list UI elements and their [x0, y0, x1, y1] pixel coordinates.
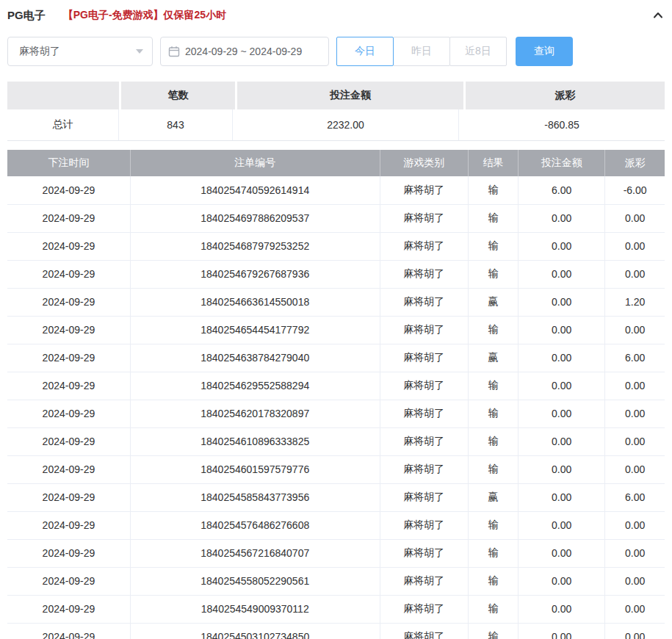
cell-bet-amount: 0.00	[519, 455, 605, 483]
cell-order-id: 1840254576486276608	[130, 511, 380, 539]
cell-game-type: 麻将胡了	[380, 455, 468, 483]
cell-bet-amount: 0.00	[519, 595, 605, 623]
cell-bet-time: 2024-09-29	[7, 288, 130, 316]
cell-bet-time: 2024-09-29	[7, 595, 130, 623]
filter-bar: 麻将胡了 2024-09-29 ~ 2024-09-29 今日 昨日 近8日 查…	[7, 37, 665, 66]
today-button[interactable]: 今日	[336, 37, 394, 66]
table-row: 2024-09-29 1840254503102734850 麻将胡了 输 0.…	[7, 623, 665, 639]
cell-result: 输	[468, 232, 518, 260]
summary-table: 笔数 投注金额 派彩 总计 843 2232.00 -860.85	[7, 82, 665, 141]
cell-payout: 1.20	[605, 288, 665, 316]
cell-order-id: 1840254687979253252	[130, 232, 380, 260]
summary-count-value: 843	[119, 109, 233, 140]
summary-header-row: 笔数 投注金额 派彩	[7, 82, 665, 109]
cell-bet-amount: 0.00	[519, 260, 605, 288]
cell-result: 输	[468, 400, 518, 427]
cell-result: 输	[468, 623, 518, 639]
cell-result: 赢	[468, 483, 518, 511]
cell-order-id: 1840254567216840707	[130, 539, 380, 567]
cell-order-id: 1840254558052290561	[130, 567, 380, 595]
cell-result: 输	[468, 539, 518, 567]
cell-order-id: 1840254679267687936	[130, 260, 380, 288]
summary-header-bet-amount: 投注金额	[237, 82, 463, 109]
summary-header-count: 笔数	[121, 82, 235, 109]
table-row: 2024-09-29 1840254620178320897 麻将胡了 输 0.…	[7, 400, 665, 427]
cell-payout: 6.00	[605, 344, 665, 372]
header-game-type: 游戏类别	[380, 150, 468, 176]
cell-result: 输	[468, 176, 518, 204]
cell-payout: 0.00	[605, 400, 665, 427]
yesterday-button[interactable]: 昨日	[393, 37, 450, 66]
cell-order-id: 1840254629552588294	[130, 372, 380, 400]
cell-game-type: 麻将胡了	[380, 260, 468, 288]
table-row: 2024-09-29 1840254638784279040 麻将胡了 赢 0.…	[7, 344, 665, 372]
cell-payout: 0.00	[605, 204, 665, 232]
records-table-header: 下注时间 注单编号 游戏类别 结果 投注金额 派彩	[7, 150, 665, 176]
cell-order-id: 1840254549009370112	[130, 595, 380, 623]
table-row: 2024-09-29 1840254697886209537 麻将胡了 输 0.…	[7, 204, 665, 232]
records-table: 下注时间 注单编号 游戏类别 结果 投注金额 派彩 2024-09-29 184…	[7, 150, 665, 639]
cell-bet-time: 2024-09-29	[7, 372, 130, 400]
cell-game-type: 麻将胡了	[380, 176, 468, 204]
cell-result: 输	[468, 204, 518, 232]
cell-bet-amount: 0.00	[519, 316, 605, 344]
cell-bet-time: 2024-09-29	[7, 400, 130, 427]
cell-order-id: 1840254654454177792	[130, 316, 380, 344]
summary-total-row: 总计 843 2232.00 -860.85	[7, 109, 665, 141]
cell-bet-time: 2024-09-29	[7, 260, 130, 288]
cell-payout: 0.00	[605, 260, 665, 288]
summary-total-label: 总计	[7, 109, 119, 140]
game-select-value: 麻将胡了	[19, 45, 60, 58]
cell-bet-time: 2024-09-29	[7, 455, 130, 483]
cell-bet-amount: 0.00	[519, 511, 605, 539]
cell-payout: 0.00	[605, 232, 665, 260]
cell-order-id: 1840254740592614914	[130, 176, 380, 204]
quick-date-buttons: 今日 昨日 近8日	[336, 37, 507, 66]
cell-bet-amount: 0.00	[519, 400, 605, 427]
search-button[interactable]: 查询	[516, 37, 573, 66]
table-row: 2024-09-29 1840254601597579776 麻将胡了 输 0.…	[7, 455, 665, 483]
header-order-id: 注单编号	[130, 150, 380, 176]
cell-result: 输	[468, 427, 518, 455]
cell-game-type: 麻将胡了	[380, 204, 468, 232]
header-bet-time: 下注时间	[7, 150, 130, 176]
summary-bet-amount-value: 2232.00	[233, 109, 459, 140]
table-row: 2024-09-29 1840254558052290561 麻将胡了 输 0.…	[7, 567, 665, 595]
cell-payout: 0.00	[605, 567, 665, 595]
game-select[interactable]: 麻将胡了	[7, 37, 153, 66]
last-8-days-button[interactable]: 近8日	[449, 37, 507, 66]
cell-result: 输	[468, 260, 518, 288]
cell-payout: 0.00	[605, 623, 665, 639]
cell-bet-amount: 0.00	[519, 344, 605, 372]
cell-game-type: 麻将胡了	[380, 595, 468, 623]
cell-bet-time: 2024-09-29	[7, 511, 130, 539]
cell-bet-amount: 0.00	[519, 483, 605, 511]
cell-bet-amount: 0.00	[519, 567, 605, 595]
date-range-picker[interactable]: 2024-09-29 ~ 2024-09-29	[160, 37, 329, 66]
cell-bet-amount: 0.00	[519, 623, 605, 639]
cell-order-id: 1840254503102734850	[130, 623, 380, 639]
cell-result: 输	[468, 316, 518, 344]
date-range-value: 2024-09-29 ~ 2024-09-29	[185, 46, 302, 57]
cell-order-id: 1840254620178320897	[130, 400, 380, 427]
table-row: 2024-09-29 1840254549009370112 麻将胡了 输 0.…	[7, 595, 665, 623]
cell-game-type: 麻将胡了	[380, 400, 468, 427]
cell-bet-amount: 6.00	[519, 176, 605, 204]
page-title: PG电子	[7, 9, 46, 23]
cell-game-type: 麻将胡了	[380, 316, 468, 344]
cell-bet-amount: 0.00	[519, 232, 605, 260]
cell-game-type: 麻将胡了	[380, 232, 468, 260]
table-row: 2024-09-29 1840254629552588294 麻将胡了 输 0.…	[7, 372, 665, 400]
collapse-icon[interactable]	[651, 9, 665, 22]
table-row: 2024-09-29 1840254740592614914 麻将胡了 输 6.…	[7, 176, 665, 204]
cell-bet-amount: 0.00	[519, 539, 605, 567]
cell-result: 赢	[468, 288, 518, 316]
cell-bet-time: 2024-09-29	[7, 567, 130, 595]
calendar-icon	[168, 46, 180, 57]
cell-bet-time: 2024-09-29	[7, 427, 130, 455]
chevron-down-icon	[136, 49, 143, 54]
cell-bet-time: 2024-09-29	[7, 539, 130, 567]
cell-bet-time: 2024-09-29	[7, 623, 130, 639]
cell-result: 输	[468, 511, 518, 539]
cell-result: 输	[468, 595, 518, 623]
